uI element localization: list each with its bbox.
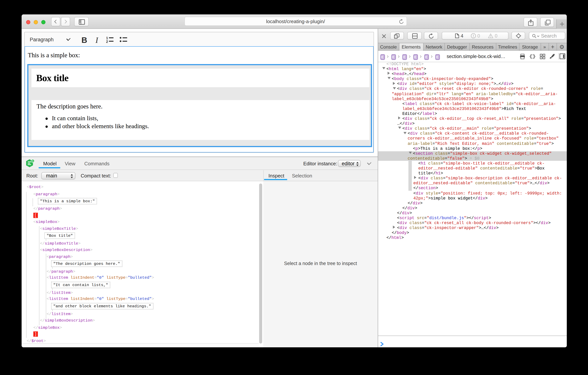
svg-text:5: 5 — [32, 160, 33, 163]
svg-text:1: 1 — [106, 36, 108, 40]
svg-text:2: 2 — [106, 40, 108, 43]
